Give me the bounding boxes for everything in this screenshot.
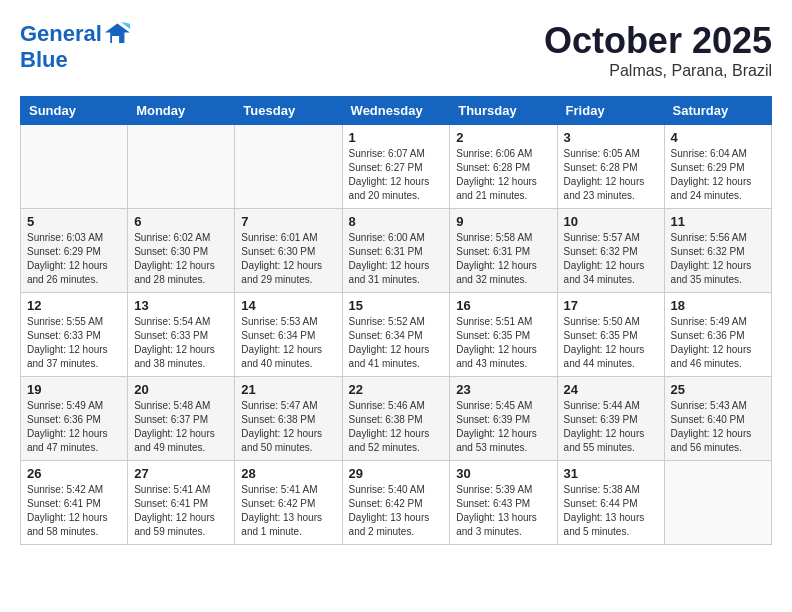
calendar-cell: 1Sunrise: 6:07 AM Sunset: 6:27 PM Daylig… bbox=[342, 125, 450, 209]
day-info: Sunrise: 5:51 AM Sunset: 6:35 PM Dayligh… bbox=[456, 315, 550, 371]
day-info: Sunrise: 5:55 AM Sunset: 6:33 PM Dayligh… bbox=[27, 315, 121, 371]
day-number: 10 bbox=[564, 214, 658, 229]
calendar-cell bbox=[21, 125, 128, 209]
calendar-week-row: 26Sunrise: 5:42 AM Sunset: 6:41 PM Dayli… bbox=[21, 461, 772, 545]
day-info: Sunrise: 5:40 AM Sunset: 6:42 PM Dayligh… bbox=[349, 483, 444, 539]
calendar-cell: 26Sunrise: 5:42 AM Sunset: 6:41 PM Dayli… bbox=[21, 461, 128, 545]
day-number: 14 bbox=[241, 298, 335, 313]
calendar-cell: 21Sunrise: 5:47 AM Sunset: 6:38 PM Dayli… bbox=[235, 377, 342, 461]
day-number: 27 bbox=[134, 466, 228, 481]
calendar-cell: 19Sunrise: 5:49 AM Sunset: 6:36 PM Dayli… bbox=[21, 377, 128, 461]
calendar-cell: 30Sunrise: 5:39 AM Sunset: 6:43 PM Dayli… bbox=[450, 461, 557, 545]
day-info: Sunrise: 5:52 AM Sunset: 6:34 PM Dayligh… bbox=[349, 315, 444, 371]
day-number: 5 bbox=[27, 214, 121, 229]
day-number: 1 bbox=[349, 130, 444, 145]
calendar-cell: 16Sunrise: 5:51 AM Sunset: 6:35 PM Dayli… bbox=[450, 293, 557, 377]
day-number: 21 bbox=[241, 382, 335, 397]
day-info: Sunrise: 5:45 AM Sunset: 6:39 PM Dayligh… bbox=[456, 399, 550, 455]
calendar-cell: 4Sunrise: 6:04 AM Sunset: 6:29 PM Daylig… bbox=[664, 125, 771, 209]
calendar-week-row: 1Sunrise: 6:07 AM Sunset: 6:27 PM Daylig… bbox=[21, 125, 772, 209]
day-info: Sunrise: 5:49 AM Sunset: 6:36 PM Dayligh… bbox=[671, 315, 765, 371]
day-number: 11 bbox=[671, 214, 765, 229]
calendar-cell: 11Sunrise: 5:56 AM Sunset: 6:32 PM Dayli… bbox=[664, 209, 771, 293]
day-number: 24 bbox=[564, 382, 658, 397]
calendar-header-row: SundayMondayTuesdayWednesdayThursdayFrid… bbox=[21, 97, 772, 125]
calendar-week-row: 12Sunrise: 5:55 AM Sunset: 6:33 PM Dayli… bbox=[21, 293, 772, 377]
calendar-cell: 28Sunrise: 5:41 AM Sunset: 6:42 PM Dayli… bbox=[235, 461, 342, 545]
day-number: 28 bbox=[241, 466, 335, 481]
day-info: Sunrise: 5:46 AM Sunset: 6:38 PM Dayligh… bbox=[349, 399, 444, 455]
day-number: 31 bbox=[564, 466, 658, 481]
day-number: 20 bbox=[134, 382, 228, 397]
calendar-cell: 2Sunrise: 6:06 AM Sunset: 6:28 PM Daylig… bbox=[450, 125, 557, 209]
calendar-cell bbox=[128, 125, 235, 209]
calendar-cell: 5Sunrise: 6:03 AM Sunset: 6:29 PM Daylig… bbox=[21, 209, 128, 293]
calendar-cell: 31Sunrise: 5:38 AM Sunset: 6:44 PM Dayli… bbox=[557, 461, 664, 545]
day-number: 23 bbox=[456, 382, 550, 397]
header-wednesday: Wednesday bbox=[342, 97, 450, 125]
day-info: Sunrise: 6:04 AM Sunset: 6:29 PM Dayligh… bbox=[671, 147, 765, 203]
calendar-cell bbox=[235, 125, 342, 209]
day-number: 15 bbox=[349, 298, 444, 313]
day-number: 18 bbox=[671, 298, 765, 313]
day-info: Sunrise: 5:38 AM Sunset: 6:44 PM Dayligh… bbox=[564, 483, 658, 539]
day-info: Sunrise: 6:02 AM Sunset: 6:30 PM Dayligh… bbox=[134, 231, 228, 287]
day-number: 16 bbox=[456, 298, 550, 313]
header-tuesday: Tuesday bbox=[235, 97, 342, 125]
logo-text: General bbox=[20, 22, 102, 46]
title-section: October 2025 Palmas, Parana, Brazil bbox=[544, 20, 772, 80]
day-info: Sunrise: 5:56 AM Sunset: 6:32 PM Dayligh… bbox=[671, 231, 765, 287]
day-info: Sunrise: 5:53 AM Sunset: 6:34 PM Dayligh… bbox=[241, 315, 335, 371]
day-info: Sunrise: 5:47 AM Sunset: 6:38 PM Dayligh… bbox=[241, 399, 335, 455]
day-number: 17 bbox=[564, 298, 658, 313]
header-saturday: Saturday bbox=[664, 97, 771, 125]
day-info: Sunrise: 5:39 AM Sunset: 6:43 PM Dayligh… bbox=[456, 483, 550, 539]
day-info: Sunrise: 5:43 AM Sunset: 6:40 PM Dayligh… bbox=[671, 399, 765, 455]
day-number: 7 bbox=[241, 214, 335, 229]
calendar-cell: 29Sunrise: 5:40 AM Sunset: 6:42 PM Dayli… bbox=[342, 461, 450, 545]
day-number: 30 bbox=[456, 466, 550, 481]
logo-text2: Blue bbox=[20, 48, 132, 72]
day-info: Sunrise: 6:03 AM Sunset: 6:29 PM Dayligh… bbox=[27, 231, 121, 287]
day-number: 8 bbox=[349, 214, 444, 229]
day-number: 4 bbox=[671, 130, 765, 145]
day-info: Sunrise: 5:48 AM Sunset: 6:37 PM Dayligh… bbox=[134, 399, 228, 455]
day-info: Sunrise: 6:05 AM Sunset: 6:28 PM Dayligh… bbox=[564, 147, 658, 203]
day-info: Sunrise: 5:41 AM Sunset: 6:41 PM Dayligh… bbox=[134, 483, 228, 539]
day-info: Sunrise: 5:41 AM Sunset: 6:42 PM Dayligh… bbox=[241, 483, 335, 539]
location-subtitle: Palmas, Parana, Brazil bbox=[544, 62, 772, 80]
day-number: 12 bbox=[27, 298, 121, 313]
calendar-cell: 7Sunrise: 6:01 AM Sunset: 6:30 PM Daylig… bbox=[235, 209, 342, 293]
day-info: Sunrise: 5:50 AM Sunset: 6:35 PM Dayligh… bbox=[564, 315, 658, 371]
calendar-cell: 17Sunrise: 5:50 AM Sunset: 6:35 PM Dayli… bbox=[557, 293, 664, 377]
day-info: Sunrise: 5:54 AM Sunset: 6:33 PM Dayligh… bbox=[134, 315, 228, 371]
day-number: 13 bbox=[134, 298, 228, 313]
day-info: Sunrise: 5:58 AM Sunset: 6:31 PM Dayligh… bbox=[456, 231, 550, 287]
calendar-cell: 20Sunrise: 5:48 AM Sunset: 6:37 PM Dayli… bbox=[128, 377, 235, 461]
month-title: October 2025 bbox=[544, 20, 772, 62]
day-number: 25 bbox=[671, 382, 765, 397]
calendar-cell: 22Sunrise: 5:46 AM Sunset: 6:38 PM Dayli… bbox=[342, 377, 450, 461]
calendar-cell: 23Sunrise: 5:45 AM Sunset: 6:39 PM Dayli… bbox=[450, 377, 557, 461]
calendar-week-row: 19Sunrise: 5:49 AM Sunset: 6:36 PM Dayli… bbox=[21, 377, 772, 461]
calendar-cell: 13Sunrise: 5:54 AM Sunset: 6:33 PM Dayli… bbox=[128, 293, 235, 377]
calendar-cell: 25Sunrise: 5:43 AM Sunset: 6:40 PM Dayli… bbox=[664, 377, 771, 461]
day-info: Sunrise: 6:00 AM Sunset: 6:31 PM Dayligh… bbox=[349, 231, 444, 287]
day-info: Sunrise: 5:42 AM Sunset: 6:41 PM Dayligh… bbox=[27, 483, 121, 539]
day-number: 26 bbox=[27, 466, 121, 481]
calendar-cell: 14Sunrise: 5:53 AM Sunset: 6:34 PM Dayli… bbox=[235, 293, 342, 377]
calendar-week-row: 5Sunrise: 6:03 AM Sunset: 6:29 PM Daylig… bbox=[21, 209, 772, 293]
day-number: 22 bbox=[349, 382, 444, 397]
calendar-cell: 6Sunrise: 6:02 AM Sunset: 6:30 PM Daylig… bbox=[128, 209, 235, 293]
day-info: Sunrise: 6:01 AM Sunset: 6:30 PM Dayligh… bbox=[241, 231, 335, 287]
day-number: 6 bbox=[134, 214, 228, 229]
day-number: 19 bbox=[27, 382, 121, 397]
calendar-cell: 18Sunrise: 5:49 AM Sunset: 6:36 PM Dayli… bbox=[664, 293, 771, 377]
day-info: Sunrise: 5:44 AM Sunset: 6:39 PM Dayligh… bbox=[564, 399, 658, 455]
header-monday: Monday bbox=[128, 97, 235, 125]
calendar-cell: 27Sunrise: 5:41 AM Sunset: 6:41 PM Dayli… bbox=[128, 461, 235, 545]
header-sunday: Sunday bbox=[21, 97, 128, 125]
logo-icon bbox=[104, 20, 132, 48]
header-thursday: Thursday bbox=[450, 97, 557, 125]
day-number: 3 bbox=[564, 130, 658, 145]
